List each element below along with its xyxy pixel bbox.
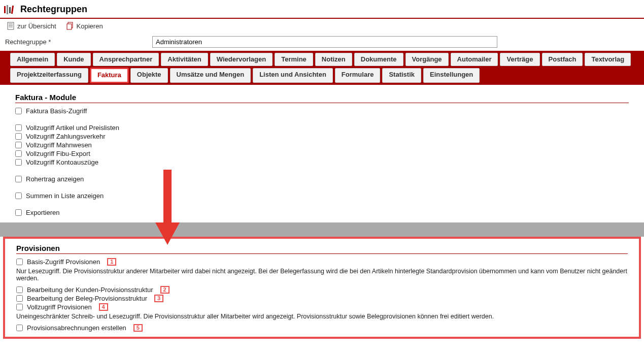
checkbox-prov-beleg[interactable] bbox=[16, 295, 23, 302]
checkbox-option[interactable] bbox=[15, 150, 22, 157]
tab-wiedervorlagen[interactable]: Wiedervorlagen bbox=[210, 53, 273, 66]
checkbox-label: Basis-Zugriff Provisionen bbox=[27, 258, 100, 266]
tab-ansprechpartner[interactable]: Ansprechpartner bbox=[93, 53, 159, 66]
checkbox-label: Vollzugriff Fibu-Export bbox=[26, 150, 90, 157]
tabs-container: AllgemeinKundeAnsprechpartnerAktivitäten… bbox=[0, 51, 644, 85]
tab-objekte[interactable]: Objekte bbox=[130, 68, 168, 82]
checkbox-label: Rohertrag anzeigen bbox=[26, 175, 84, 183]
tab-allgemein[interactable]: Allgemein bbox=[10, 53, 55, 66]
checkbox-label: Vollzugriff Mahnwesen bbox=[26, 141, 92, 149]
checkbox-label: Vollzugriff Zahlungsverkehr bbox=[26, 133, 106, 140]
tab-ums-tze-und-mengen[interactable]: Umsätze und Mengen bbox=[170, 68, 251, 82]
svg-rect-0 bbox=[4, 6, 6, 13]
copy-button[interactable]: Kopieren bbox=[66, 22, 103, 30]
checkbox-option[interactable] bbox=[15, 124, 22, 131]
help-text-2: Uneingeschränkter Schreib- und Lesezugri… bbox=[16, 313, 628, 320]
gray-separator bbox=[0, 222, 644, 237]
checkbox-option[interactable] bbox=[15, 159, 22, 166]
checkbox-prov-abrechnung[interactable] bbox=[16, 325, 23, 331]
annotation-badge-4: 4 bbox=[99, 303, 108, 311]
overview-label: zur Übersicht bbox=[17, 22, 56, 30]
tab-einstellungen[interactable]: Einstellungen bbox=[423, 68, 480, 82]
svg-rect-2 bbox=[9, 7, 11, 13]
svg-rect-9 bbox=[67, 24, 72, 29]
annotation-badge-5: 5 bbox=[133, 324, 143, 332]
section-divider bbox=[15, 103, 629, 103]
checkbox-label: Bearbeitung der Beleg-Provisionsstruktur bbox=[27, 295, 147, 302]
annotation-badge-3: 3 bbox=[154, 295, 163, 302]
provisionen-highlight-box: Provisionen Basis-Zugriff Provisionen 1 … bbox=[3, 237, 641, 339]
list-icon bbox=[7, 22, 14, 30]
checkbox-label: Faktura Basis-Zugriff bbox=[26, 107, 87, 115]
group-field-input[interactable] bbox=[152, 36, 497, 48]
checkbox-option[interactable] bbox=[15, 142, 22, 148]
checkbox-option[interactable] bbox=[15, 176, 22, 182]
tab-formulare[interactable]: Formulare bbox=[335, 68, 381, 82]
copy-label: Kopieren bbox=[77, 22, 103, 30]
annotation-badge-2: 2 bbox=[160, 286, 170, 294]
checkbox-label: Vollzugriff Artikel und Preislisten bbox=[26, 124, 119, 132]
section-divider bbox=[16, 253, 628, 254]
copy-icon bbox=[66, 22, 74, 30]
overview-button[interactable]: zur Übersicht bbox=[7, 22, 56, 30]
checkbox-prov-voll[interactable] bbox=[16, 304, 23, 310]
checkbox-label: Bearbeitung der Kunden-Provisionsstruktu… bbox=[27, 286, 153, 294]
tab-notizen[interactable]: Notizen bbox=[315, 53, 352, 66]
checkbox-label: Vollzugriff Provisionen bbox=[27, 303, 92, 311]
checkbox-label: Provisionsabrechnungen erstellen bbox=[27, 324, 126, 332]
checkbox-label: Vollzugriff Kontoauszüge bbox=[26, 158, 98, 166]
tab-textvorlag[interactable]: Textvorlag bbox=[585, 53, 631, 66]
checkbox-prov-basis[interactable] bbox=[16, 259, 23, 265]
tab-kunde[interactable]: Kunde bbox=[57, 53, 90, 66]
checkbox-option[interactable] bbox=[15, 193, 22, 199]
app-logo-icon bbox=[4, 5, 14, 14]
tab-faktura[interactable]: Faktura bbox=[90, 68, 128, 82]
tab-termine[interactable]: Termine bbox=[275, 53, 313, 66]
tab-projektzeiterfassung[interactable]: Projektzeiterfassung bbox=[10, 68, 88, 82]
svg-rect-1 bbox=[7, 5, 8, 14]
tab-vertr-ge[interactable]: Verträge bbox=[500, 53, 539, 66]
tab-automailer[interactable]: Automailer bbox=[451, 53, 498, 66]
help-text-1: Nur Lesezugriff. Die Provisionsstruktur … bbox=[16, 268, 628, 282]
annotation-badge-1: 1 bbox=[107, 258, 116, 266]
checkbox-prov-kunden[interactable] bbox=[16, 286, 23, 293]
checkbox-label: Exportieren bbox=[26, 209, 59, 216]
checkbox-option[interactable] bbox=[15, 133, 22, 140]
tab-dokumente[interactable]: Dokumente bbox=[354, 53, 403, 66]
checkbox-option[interactable] bbox=[15, 108, 22, 114]
tab-aktivit-ten[interactable]: Aktivitäten bbox=[161, 53, 208, 66]
tab-postfach[interactable]: Postfach bbox=[542, 53, 583, 66]
section-module-title: Faktura - Module bbox=[15, 93, 629, 102]
section-prov-title: Provisionen bbox=[16, 244, 628, 252]
svg-rect-3 bbox=[11, 5, 14, 13]
checkbox-label: Summen in Liste anzeigen bbox=[26, 192, 104, 200]
tab-vorg-nge[interactable]: Vorgänge bbox=[405, 53, 449, 66]
group-field-label: Rechtegruppe * bbox=[5, 38, 152, 46]
checkbox-option[interactable] bbox=[15, 209, 22, 216]
tab-statistik[interactable]: Statistik bbox=[382, 68, 421, 82]
page-title: Rechtegruppen bbox=[20, 4, 87, 15]
svg-rect-4 bbox=[8, 22, 14, 29]
tab-listen-und-ansichten[interactable]: Listen und Ansichten bbox=[253, 68, 333, 82]
